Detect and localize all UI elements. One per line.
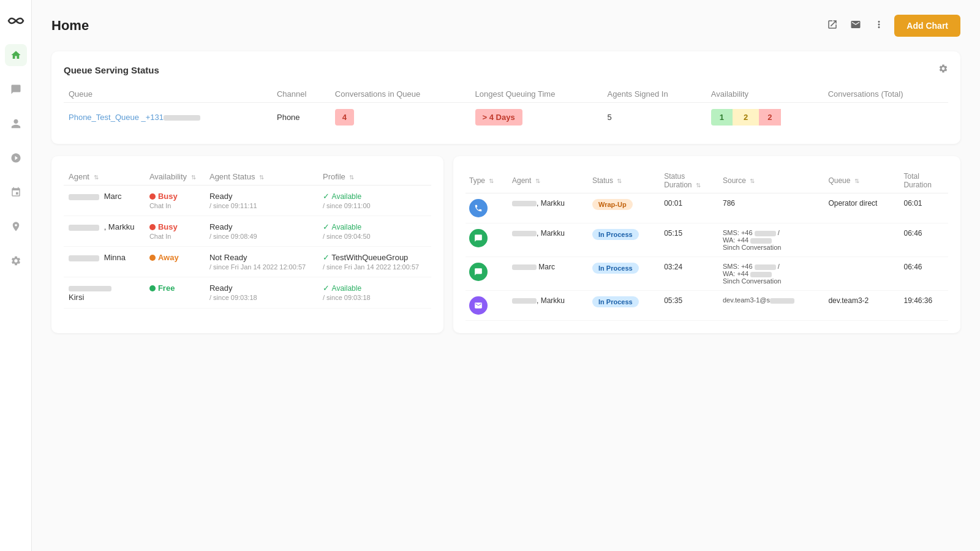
- queue-cell-name: Phone_Test_Queue _+131: [64, 103, 272, 132]
- conv-cell-duration: 05:15: [660, 223, 719, 257]
- availability-green: 1: [711, 109, 733, 126]
- conv-cell-duration: 05:35: [660, 291, 719, 321]
- agent-cell-name: Marc: [64, 186, 145, 216]
- agent-cell-status: Ready / since 09:11:11: [205, 186, 318, 216]
- external-link-button[interactable]: [824, 17, 840, 36]
- table-row: Marc In Process 03:24 SMS: +46 / WA: +44…: [466, 257, 948, 291]
- conv-cell-source: 786: [719, 193, 824, 223]
- type-chat-icon: [469, 263, 488, 281]
- queue-cell-conv-count: 4: [330, 103, 470, 132]
- queue-cell-total: [823, 103, 948, 132]
- agent-cell-name: Minna: [64, 247, 145, 277]
- sidebar-item-settings[interactable]: [5, 250, 27, 272]
- conv-cell-queue: [824, 223, 900, 257]
- table-row: , Markku In Process 05:35 dev.team3-1@s …: [466, 291, 948, 321]
- sidebar-item-location[interactable]: [5, 216, 27, 238]
- queue-col-channel: Channel: [272, 86, 330, 103]
- agent-cell-status: Ready / since 09:03:18: [205, 277, 318, 309]
- share-button[interactable]: [848, 17, 864, 36]
- table-row: , Markku Busy Chat In Ready / since 09:0…: [64, 216, 431, 247]
- queue-serving-status-card: Queue Serving Status Queue Channel Conve…: [51, 51, 960, 144]
- conv-cell-agent: , Markku: [508, 223, 589, 257]
- conv-cell-total: 06:46: [900, 257, 948, 291]
- page-header: Home Add Chart: [51, 15, 960, 37]
- agent-cell-profile: ✓ TestWithQueueGroup / since Fri Jan 14 …: [318, 247, 431, 277]
- conv-cell-total: 19:46:36: [900, 291, 948, 321]
- type-chat-icon: [469, 229, 488, 247]
- agent-cell-availability: Free: [145, 277, 205, 309]
- conv-cell-agent: , Markku: [508, 193, 589, 223]
- conv-cell-queue: dev.team3-2: [824, 291, 900, 321]
- header-actions: Add Chart: [824, 15, 960, 37]
- table-row: Minna Away Not Ready / since Fri Jan 14 …: [64, 247, 431, 277]
- conv-cell-agent: , Markku: [508, 291, 589, 321]
- conv-cell-queue: Operator direct: [824, 193, 900, 223]
- sidebar-item-home[interactable]: [5, 44, 27, 66]
- sidebar: [0, 0, 32, 551]
- queue-col-agents: Agents Signed In: [603, 86, 706, 103]
- agent-col-profile: Profile ⇅: [318, 168, 431, 186]
- agent-cell-status: Ready / since 09:08:49: [205, 216, 318, 247]
- sidebar-item-conversations[interactable]: [5, 78, 27, 100]
- table-row: Kirsi Free Ready / since 09:03:18 ✓ Avai…: [64, 277, 431, 309]
- agent-cell-availability: Away: [145, 247, 205, 277]
- conv-col-duration: StatusDuration ⇅: [660, 168, 719, 193]
- conv-cell-total: 06:01: [900, 193, 948, 223]
- conv-cell-status: In Process: [589, 223, 660, 257]
- bottom-panels: Agent ⇅ Availability ⇅ Agent Status ⇅ Pr…: [51, 156, 960, 345]
- conv-col-total: TotalDuration: [900, 168, 948, 193]
- agent-cell-status: Not Ready / since Fri Jan 14 2022 12:00:…: [205, 247, 318, 277]
- agent-cell-profile: ✓ Available / since 09:03:18: [318, 277, 431, 309]
- main-content: Home Add Chart Queue Serving Status: [32, 0, 980, 551]
- type-phone-icon: [469, 199, 488, 217]
- agent-col-status: Agent Status ⇅: [205, 168, 318, 186]
- conv-cell-type: [466, 193, 508, 223]
- agent-col-agent: Agent ⇅: [64, 168, 145, 186]
- table-row: , Markku In Process 05:15 SMS: +46 / WA:…: [466, 223, 948, 257]
- queue-cell-longest: > 4 Days: [470, 103, 603, 132]
- add-chart-button[interactable]: Add Chart: [894, 15, 960, 37]
- conv-cell-source: SMS: +46 / WA: +44 Sinch Conversation: [719, 223, 824, 257]
- sidebar-item-contacts[interactable]: [5, 113, 27, 135]
- queue-settings-button[interactable]: [938, 64, 948, 76]
- agent-cell-name: , Markku: [64, 216, 145, 247]
- agent-status-card: Agent ⇅ Availability ⇅ Agent Status ⇅ Pr…: [51, 156, 443, 333]
- queue-col-availability: Availability: [706, 86, 823, 103]
- conv-cell-type: [466, 223, 508, 257]
- agent-cell-availability: Busy Chat In: [145, 186, 205, 216]
- queue-cell-channel: Phone: [272, 103, 330, 132]
- type-email-icon: [469, 296, 488, 315]
- agent-table: Agent ⇅ Availability ⇅ Agent Status ⇅ Pr…: [64, 168, 431, 309]
- conv-cell-type: [466, 291, 508, 321]
- conv-cell-duration: 00:01: [660, 193, 719, 223]
- availability-yellow: 2: [733, 109, 759, 126]
- conv-cell-agent: Marc: [508, 257, 589, 291]
- table-row: Phone_Test_Queue _+131 Phone 4 > 4 Days …: [64, 103, 948, 132]
- conv-cell-total: 06:46: [900, 223, 948, 257]
- queue-col-longest: Longest Queuing Time: [470, 86, 603, 103]
- agent-cell-profile: ✓ Available / since 09:04:50: [318, 216, 431, 247]
- conv-col-agent: Agent ⇅: [508, 168, 589, 193]
- agent-cell-name: Kirsi: [64, 277, 145, 309]
- conv-cell-status: Wrap-Up: [589, 193, 660, 223]
- agent-col-availability: Availability ⇅: [145, 168, 205, 186]
- conv-cell-status: In Process: [589, 291, 660, 321]
- sidebar-item-campaigns[interactable]: [5, 147, 27, 169]
- sidebar-item-routing[interactable]: [5, 181, 27, 203]
- conv-col-status: Status ⇅: [589, 168, 660, 193]
- app-logo: [5, 10, 27, 32]
- queue-col-total: Conversations (Total): [823, 86, 948, 103]
- table-row: , Markku Wrap-Up 00:01 786 Operator dire…: [466, 193, 948, 223]
- queue-col-queue: Queue: [64, 86, 272, 103]
- conv-col-type: Type ⇅: [466, 168, 508, 193]
- conv-cell-duration: 03:24: [660, 257, 719, 291]
- more-options-button[interactable]: [871, 17, 887, 36]
- conversations-table: Type ⇅ Agent ⇅ Status ⇅ StatusDuration ⇅…: [466, 168, 948, 321]
- agent-cell-profile: ✓ Available / since 09:11:00: [318, 186, 431, 216]
- conv-cell-status: In Process: [589, 257, 660, 291]
- conv-cell-queue: [824, 257, 900, 291]
- table-row: Marc Busy Chat In Ready / since 09:11:11…: [64, 186, 431, 216]
- queue-col-conversations: Conversations in Queue: [330, 86, 470, 103]
- queue-table: Queue Channel Conversations in Queue Lon…: [64, 86, 948, 132]
- agent-cell-availability: Busy Chat In: [145, 216, 205, 247]
